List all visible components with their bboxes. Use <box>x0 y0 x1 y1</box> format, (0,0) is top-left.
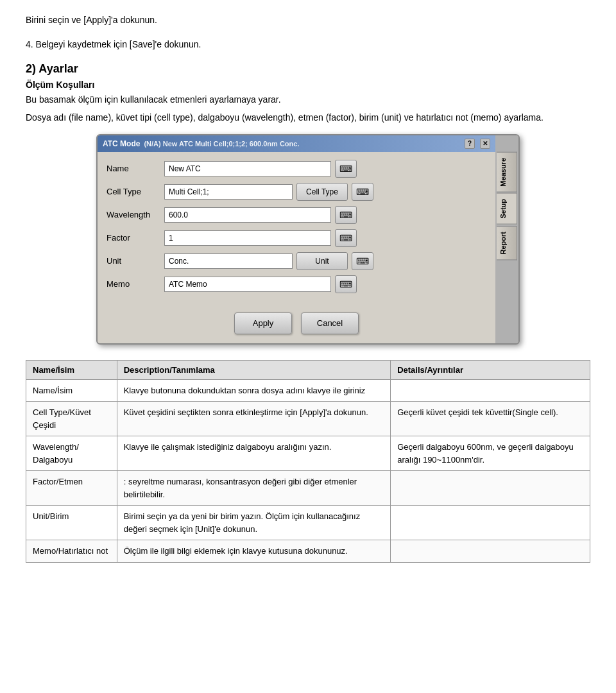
form-input-cell-type[interactable] <box>164 184 293 200</box>
form-input-memo[interactable] <box>164 277 331 292</box>
intro-line2: 4. Belgeyi kaydetmek için [Save]'e dokun… <box>26 37 590 51</box>
form-row-factor: Factor⌨ <box>107 229 486 247</box>
form-row-wavelength: Wavelength⌨ <box>107 206 486 224</box>
form-row-memo: Memo⌨ <box>107 275 486 293</box>
titlebar-left: ATC Mode (N/A) New ATC Multi Cell;0;1;2;… <box>103 139 299 148</box>
form-label-3: Factor <box>107 233 164 243</box>
atc-mode-dialog: ATC Mode (N/A) New ATC Multi Cell;0;1;2;… <box>96 134 520 345</box>
section-desc1: Bu basamak ölçüm için kullanılacak etmen… <box>26 92 590 107</box>
section-desc2: Dosya adı (file name), küvet tipi (cell … <box>26 110 590 124</box>
dialog-sidebar: MeasureSetupReport <box>495 135 518 343</box>
named-btn-unit[interactable]: Unit <box>296 252 348 270</box>
table-row: Name/İsimKlavye butonuna dokunduktan son… <box>26 379 590 402</box>
form-input-area-4: Unit⌨ <box>164 252 486 270</box>
named-btn-cell-type[interactable]: Cell Type <box>296 183 348 201</box>
form-input-area-2: ⌨ <box>164 206 486 224</box>
form-row-cell-type: Cell TypeCell Type⌨ <box>107 183 486 201</box>
form-input-area-0: ⌨ <box>164 160 486 178</box>
table-header-2: Details/Ayrıntılar <box>391 360 590 379</box>
table-cell-name-0: Name/İsim <box>26 379 117 402</box>
table-cell-description-5: Ölçüm ile ilgili bilgi eklemek için klav… <box>117 540 390 563</box>
intro-line1: Birini seçin ve [Apply]'a dokunun. <box>26 13 590 27</box>
dialog-close-button[interactable]: ✕ <box>480 139 490 149</box>
table-row: Memo/Hatırlatıcı notÖlçüm ile ilgili bil… <box>26 540 590 563</box>
dialog-content: Name⌨Cell TypeCell Type⌨Wavelength⌨Facto… <box>98 152 495 306</box>
keyboard-icon-btn-4[interactable]: ⌨ <box>352 252 373 270</box>
keyboard-icon-btn-2[interactable]: ⌨ <box>335 206 357 224</box>
form-label-5: Memo <box>107 279 164 289</box>
table-row: Wavelength/ DalgaboyuKlavye ile çalışmak… <box>26 436 590 471</box>
dialog-actions: Apply Cancel <box>98 306 495 343</box>
table-cell-description-4: Birimi seçin ya da yeni bir birim yazın.… <box>117 506 390 540</box>
form-row-unit: UnitUnit⌨ <box>107 252 486 270</box>
form-label-0: Name <box>107 164 164 173</box>
table-cell-details-3 <box>391 471 590 506</box>
table-cell-details-0 <box>391 379 590 402</box>
form-input-name[interactable] <box>164 161 331 176</box>
section-title: 2) Ayarlar <box>26 62 590 76</box>
table-cell-name-1: Cell Type/Küvet Çeşidi <box>26 402 117 436</box>
form-row-name: Name⌨ <box>107 160 486 178</box>
sidebar-tab-setup[interactable]: Setup <box>497 193 517 225</box>
table-cell-details-5 <box>391 540 590 563</box>
sidebar-tab-report[interactable]: Report <box>497 226 517 260</box>
form-input-factor[interactable] <box>164 230 331 246</box>
table-row: Cell Type/Küvet ÇeşidiKüvet çeşidini seç… <box>26 402 590 436</box>
dialog-subtitle: (N/A) New ATC Multi Cell;0;1;2; 600.0nm … <box>144 140 299 148</box>
form-label-2: Wavelength <box>107 210 164 219</box>
keyboard-icon-btn-1[interactable]: ⌨ <box>352 183 373 201</box>
table-cell-description-1: Küvet çeşidini seçtikten sonra etkinleşt… <box>117 402 390 436</box>
table-cell-description-3: : seyreltme numarası, konsantrasyon değe… <box>117 471 390 506</box>
table-cell-details-1: Geçerli küvet çeşidi tek küvettir(Single… <box>391 402 590 436</box>
table-cell-description-0: Klavye butonuna dokunduktan sonra dosya … <box>117 379 390 402</box>
dialog-help-button[interactable]: ? <box>465 139 475 149</box>
table-cell-details-4 <box>391 506 590 540</box>
form-input-area-5: ⌨ <box>164 275 486 293</box>
cancel-button[interactable]: Cancel <box>301 312 359 334</box>
info-table: Name/İsimDescription/TanımlamaDetails/Ay… <box>26 360 590 563</box>
table-header-1: Description/Tanımlama <box>117 360 390 379</box>
dialog-wrapper: ATC Mode (N/A) New ATC Multi Cell;0;1;2;… <box>26 134 590 345</box>
form-label-4: Unit <box>107 256 164 266</box>
dialog-main: ATC Mode (N/A) New ATC Multi Cell;0;1;2;… <box>98 135 495 343</box>
form-label-1: Cell Type <box>107 187 164 196</box>
table-cell-name-2: Wavelength/ Dalgaboyu <box>26 436 117 471</box>
section-subtitle: Ölçüm Koşulları <box>26 80 590 90</box>
form-input-wavelength[interactable] <box>164 207 331 223</box>
table-cell-description-2: Klavye ile çalışmak istediğiniz dalgaboy… <box>117 436 390 471</box>
keyboard-icon-btn-5[interactable]: ⌨ <box>335 275 357 293</box>
table-header-0: Name/İsim <box>26 360 117 379</box>
form-input-area-1: Cell Type⌨ <box>164 183 486 201</box>
table-cell-name-4: Unit/Birim <box>26 506 117 540</box>
keyboard-icon-btn-3[interactable]: ⌨ <box>335 229 357 247</box>
table-body: Name/İsimKlavye butonuna dokunduktan son… <box>26 379 590 562</box>
table-row: Factor/Etmen: seyreltme numarası, konsan… <box>26 471 590 506</box>
form-input-area-3: ⌨ <box>164 229 486 247</box>
dialog-titlebar: ATC Mode (N/A) New ATC Multi Cell;0;1;2;… <box>98 135 495 152</box>
table-cell-details-2: Geçerli dalgaboyu 600nm, ve geçerli dalg… <box>391 436 590 471</box>
sidebar-tab-measure[interactable]: Measure <box>497 152 517 193</box>
form-input-unit[interactable] <box>164 253 293 269</box>
apply-button[interactable]: Apply <box>234 312 292 334</box>
table-cell-name-3: Factor/Etmen <box>26 471 117 506</box>
table-row: Unit/BirimBirimi seçin ya da yeni bir bi… <box>26 506 590 540</box>
dialog-title: ATC Mode <box>103 139 140 148</box>
keyboard-icon-btn-0[interactable]: ⌨ <box>335 160 357 178</box>
table-header: Name/İsimDescription/TanımlamaDetails/Ay… <box>26 360 590 379</box>
table-cell-name-5: Memo/Hatırlatıcı not <box>26 540 117 563</box>
